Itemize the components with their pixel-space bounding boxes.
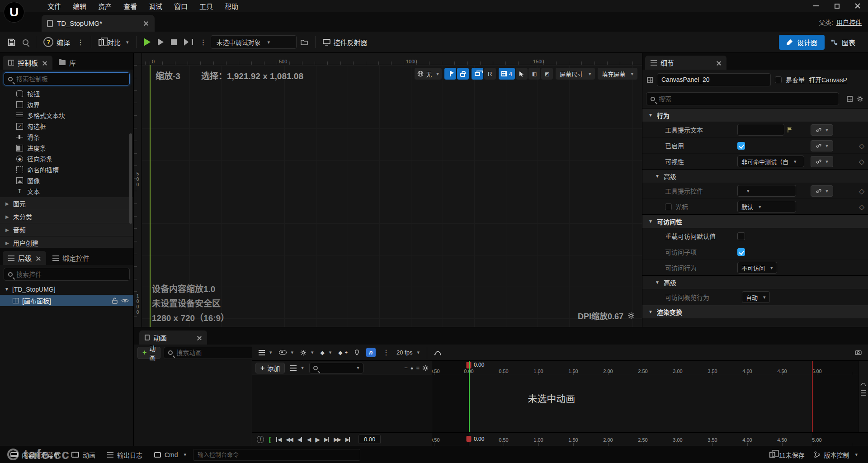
- widget-reflector-button[interactable]: 控件反射器: [320, 35, 371, 50]
- close-details-icon[interactable]: [716, 60, 721, 66]
- go-to-end-button[interactable]: ▶: [345, 436, 350, 443]
- cursor-tool-button[interactable]: [516, 68, 528, 80]
- track-list-icon[interactable]: ≡: [416, 364, 420, 371]
- track-search[interactable]: [309, 363, 363, 373]
- play-options-icon[interactable]: ⋮: [197, 38, 210, 47]
- lock-toggle-button[interactable]: [457, 68, 469, 80]
- tooltip-text-input[interactable]: [737, 124, 784, 136]
- palette-item-richtext[interactable]: 多格式文本块: [0, 110, 133, 121]
- browse-button[interactable]: [19, 37, 32, 48]
- is-enabled-checkbox[interactable]: [737, 142, 745, 150]
- eye-icon[interactable]: [121, 298, 129, 303]
- track-list-empty[interactable]: [252, 375, 432, 432]
- add-track-button[interactable]: + 添加: [255, 363, 285, 373]
- snap-toggle-button[interactable]: n: [363, 347, 378, 359]
- debug-object-dropdown[interactable]: 未选中调试对象: [211, 35, 297, 49]
- palette-item-border[interactable]: 边界: [0, 99, 133, 110]
- override-accessible-defaults-checkbox[interactable]: [737, 232, 745, 240]
- palette-item-text[interactable]: T文本: [0, 186, 133, 197]
- collapse-tracks-icon[interactable]: −: [404, 364, 408, 371]
- key-options-button[interactable]: ◆: [318, 347, 335, 359]
- localization-preview-button[interactable]: 无: [415, 68, 442, 80]
- jump-back-button[interactable]: ◀◀: [286, 436, 292, 443]
- mirror-y-button[interactable]: ◩: [541, 68, 553, 80]
- cmd-dropdown[interactable]: Cmd: [149, 446, 191, 463]
- collapse-arrow-icon[interactable]: ▼: [5, 287, 9, 292]
- parent-class-link[interactable]: 用户控件: [836, 18, 862, 27]
- display-filter-icon[interactable]: [847, 96, 853, 102]
- accessible-summary-behavior-dropdown[interactable]: 自动: [742, 291, 770, 303]
- visibility-dropdown[interactable]: 非可命中测试（自: [737, 156, 804, 167]
- curve-strip-icon[interactable]: [860, 382, 866, 387]
- menu-tools[interactable]: 工具: [193, 1, 219, 11]
- snap-options-icon[interactable]: ⋮: [380, 348, 392, 357]
- designer-button[interactable]: 设计器: [779, 35, 825, 50]
- compile-button[interactable]: ? 编译: [40, 34, 73, 50]
- layout-toggle-button[interactable]: [472, 68, 483, 80]
- timeline[interactable]: -0.50 0.00 0.50 1.00 1.50 2.00 2.50 3.00…: [432, 361, 858, 432]
- palette-item-slider[interactable]: 滑条: [0, 132, 133, 142]
- animation-search-input[interactable]: [176, 349, 258, 356]
- diff-button[interactable]: 对比: [95, 35, 132, 50]
- step-forward-button[interactable]: ▶: [324, 436, 329, 443]
- close-palette-icon[interactable]: [42, 60, 47, 66]
- compile-options-icon[interactable]: ⋮: [74, 38, 87, 47]
- menu-help[interactable]: 帮助: [219, 1, 244, 11]
- palette-item-radialslider[interactable]: ◆径向滑条: [0, 153, 133, 164]
- save-button[interactable]: [5, 36, 19, 49]
- tab-bind-widgets[interactable]: 绑定控件: [47, 251, 95, 265]
- palette-category-primitive[interactable]: ▶图元: [0, 197, 133, 210]
- tree-row-root[interactable]: ▼ [TD_StopUMG]: [0, 283, 133, 295]
- flag-icon[interactable]: [787, 127, 793, 133]
- menu-debug[interactable]: 调试: [143, 1, 168, 11]
- menu-window[interactable]: 窗口: [168, 1, 193, 11]
- details-search-input[interactable]: [659, 95, 835, 103]
- tooltip-widget-dropdown[interactable]: [737, 185, 796, 197]
- maximize-button[interactable]: [826, 0, 847, 12]
- reset-to-default-icon[interactable]: ◇: [859, 157, 864, 166]
- playback-end-line[interactable]: [812, 361, 813, 432]
- browse-debug-button[interactable]: [297, 36, 311, 48]
- fill-screen-dropdown[interactable]: 填充屏幕: [598, 68, 637, 80]
- timeline-ruler-bottom[interactable]: -0.50 0.00 0.50 1.00 1.50 2.00 2.50 3.00…: [432, 433, 868, 446]
- tab-palette[interactable]: 控制板: [3, 56, 52, 70]
- menu-view[interactable]: 查看: [118, 1, 143, 11]
- palette-item-button[interactable]: 按钮: [0, 88, 133, 99]
- palette-category-usercreated[interactable]: ▶用户创建: [0, 236, 133, 248]
- screen-size-dropdown[interactable]: 屏幕尺寸: [556, 68, 595, 80]
- tab-hierarchy[interactable]: 层级: [3, 251, 46, 265]
- go-to-front-button[interactable]: ◀: [276, 436, 281, 443]
- bind-tooltip-text-button[interactable]: [811, 124, 833, 136]
- timeline-ruler[interactable]: -0.50 0.00 0.50 1.00 1.50 2.00 2.50 3.00…: [432, 361, 858, 375]
- capture-thumbnail-button[interactable]: [852, 347, 864, 359]
- details-settings-gear-icon[interactable]: [857, 95, 863, 102]
- reset-to-default-icon[interactable]: ◇: [859, 187, 864, 195]
- mirror-x-button[interactable]: ◧: [528, 68, 540, 80]
- palette-category-uncategorized[interactable]: ▶未分类: [0, 210, 133, 223]
- hierarchy-search-input[interactable]: [16, 271, 125, 278]
- frame-skip-button[interactable]: [155, 36, 167, 48]
- tab-animation[interactable]: 动画: [139, 331, 207, 345]
- palette-item-image[interactable]: 图像: [0, 175, 133, 186]
- info-icon[interactable]: [257, 436, 264, 443]
- gear-icon[interactable]: [627, 312, 635, 319]
- cursor-override-checkbox[interactable]: [665, 203, 672, 210]
- play-forward-button[interactable]: ▶: [315, 436, 319, 443]
- palette-category-audio[interactable]: ▶音频: [0, 223, 133, 236]
- bind-tooltip-widget-button[interactable]: [811, 185, 833, 197]
- is-variable-checkbox[interactable]: [775, 76, 782, 83]
- rotation-grid-button[interactable]: R: [484, 68, 496, 80]
- reset-to-default-icon[interactable]: ◇: [859, 142, 864, 150]
- grid-snap-button[interactable]: 4: [499, 68, 515, 80]
- section-accessibility[interactable]: ▼可访问性: [642, 214, 868, 228]
- palette-scrollbar[interactable]: [129, 133, 132, 224]
- add-animation-button[interactable]: + 动画: [137, 347, 160, 359]
- close-button[interactable]: [847, 0, 868, 12]
- section-behavior[interactable]: ▼行为: [642, 108, 868, 122]
- palette-item-progressbar[interactable]: 进度条: [0, 142, 133, 153]
- step-back-button[interactable]: ◀: [297, 436, 302, 443]
- tree-row-canvas-panel[interactable]: [画布面板]: [0, 295, 133, 306]
- lock-open-icon[interactable]: [112, 298, 118, 304]
- console-command-input[interactable]: [193, 449, 360, 461]
- close-hierarchy-icon[interactable]: [35, 255, 41, 261]
